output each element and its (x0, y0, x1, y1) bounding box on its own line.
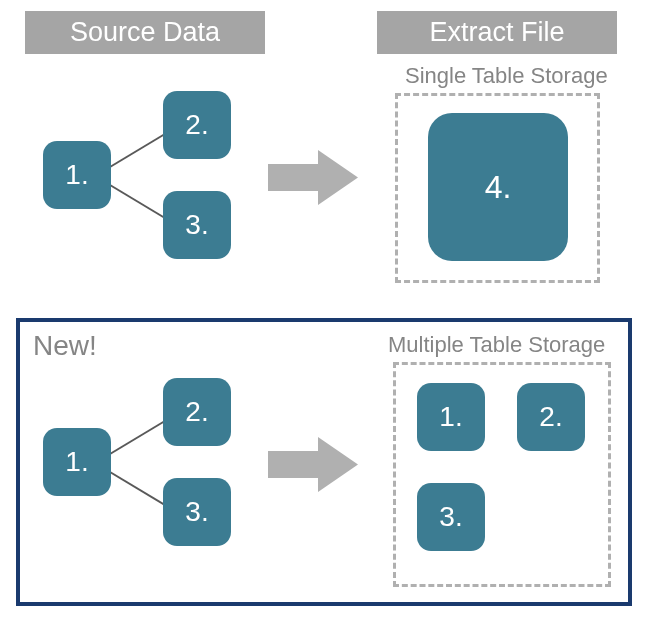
source-node-2: 2. (163, 91, 231, 159)
source-node-2: 2. (163, 378, 231, 446)
label-multiple-storage: Multiple Table Storage (388, 332, 605, 358)
result-single-node: 4. (428, 113, 568, 261)
result-multi-node-3: 3. (417, 483, 485, 551)
header-extract: Extract File (377, 11, 617, 54)
label-single-storage: Single Table Storage (405, 63, 608, 89)
result-multi-node-2: 2. (517, 383, 585, 451)
result-multi-node-1: 1. (417, 383, 485, 451)
arrow-right-icon (268, 150, 358, 205)
source-node-3: 3. (163, 478, 231, 546)
source-node-1: 1. (43, 141, 111, 209)
label-new: New! (33, 330, 97, 362)
arrow-right-icon (268, 437, 358, 492)
source-node-3: 3. (163, 191, 231, 259)
header-source: Source Data (25, 11, 265, 54)
svg-marker-1 (268, 437, 358, 492)
source-node-1: 1. (43, 428, 111, 496)
svg-marker-0 (268, 150, 358, 205)
